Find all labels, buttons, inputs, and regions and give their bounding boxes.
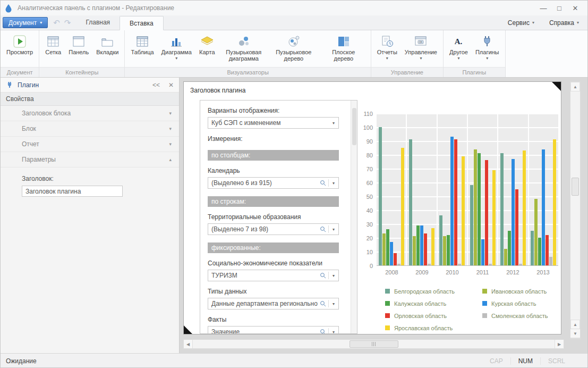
search-icon[interactable] (318, 329, 328, 334)
chevron-down-icon[interactable]: ▾ (329, 302, 338, 306)
chevron-down-icon: ▾ (40, 20, 42, 25)
close-button[interactable]: ✕ (567, 2, 583, 14)
legend-item: Смоленская область (482, 310, 548, 322)
resize-handle-bottom-left[interactable] (184, 325, 192, 334)
status-indicator: CAP (482, 357, 510, 365)
scrollbar-thumb[interactable] (572, 178, 579, 196)
scroll-left-button[interactable]: ◀ (184, 340, 193, 348)
facts-combo[interactable]: Значение ▾ (208, 326, 339, 334)
tab-insert[interactable]: Вставка (120, 16, 164, 30)
plugin-icon (6, 81, 13, 89)
ribbon-button-chart[interactable]: Диаграмма ▾ (158, 32, 195, 67)
accordion-item-block[interactable]: Блок ▾ (1, 121, 179, 137)
display-options-select[interactable]: Куб СЭП с изменением ▾ (208, 117, 339, 129)
tab-home[interactable]: Главная (76, 15, 120, 30)
accordion-item-parameters[interactable]: Параметры ▴ (1, 152, 179, 168)
search-icon[interactable] (318, 272, 328, 279)
ribbon-group-containers: Сетка Панель Вкладки Контейнеры (39, 30, 125, 77)
chart: 0102030405060708090100110 20082009201020… (362, 101, 558, 334)
letter-a-icon: A. (451, 34, 465, 49)
ribbon-button-bubble-chart[interactable]: Пузырьковая диаграмма (219, 32, 268, 67)
scroll-page-button[interactable]: ▲ (570, 320, 580, 329)
ribbon-button-manage[interactable]: OK Управление ▾ (402, 32, 440, 67)
scroll-up-button[interactable]: ▲ (570, 82, 580, 91)
y-tick-label: 50 (367, 194, 373, 200)
redo-button[interactable]: ↷ (64, 18, 71, 28)
document-menu-button[interactable]: Документ ▾ (3, 17, 48, 28)
chevron-down-icon[interactable]: ▾ (329, 227, 338, 232)
ribbon-button-flat-tree[interactable]: Плоское дерево (319, 32, 368, 67)
search-icon[interactable] (318, 180, 328, 186)
ribbon-button-tabs[interactable]: Вкладки (93, 32, 122, 67)
ribbon-button-bubble-tree[interactable]: Пузырьковое дерево (269, 32, 318, 67)
accordion-item-block-title[interactable]: Заголовок блока ▾ (1, 106, 179, 121)
table-icon (135, 34, 149, 49)
scrollbar-thumb[interactable] (352, 108, 356, 145)
search-icon[interactable] (318, 226, 328, 232)
ribbon-button-label: Сетка (45, 49, 61, 55)
legend-marker (385, 301, 390, 306)
undo-button[interactable]: ↶ (53, 18, 60, 28)
ribbon-button-label: Пузырьковая диаграмма (223, 49, 265, 62)
legend-label: Ивановская область (491, 288, 547, 295)
maximize-button[interactable]: □ (551, 2, 567, 14)
territories-combo[interactable]: (Выделено 7 из 98) ▾ (208, 223, 339, 235)
bubble-chart-icon (237, 34, 251, 49)
resize-handle-top-right[interactable] (552, 82, 561, 91)
chevron-down-icon[interactable]: ▾ (329, 273, 338, 278)
bar (538, 238, 541, 265)
title-param-input[interactable] (22, 186, 123, 197)
service-menu[interactable]: Сервис ▾ (508, 19, 534, 27)
chevron-down-icon: ▾ (532, 20, 534, 25)
bar-group (497, 114, 527, 265)
ribbon-button-preview[interactable]: Просмотр (3, 32, 36, 67)
chevron-down-icon[interactable]: ▾ (329, 330, 338, 334)
minimize-button[interactable]: — (535, 2, 551, 14)
bar (420, 225, 423, 265)
chart-y-axis: 0102030405060708090100110 (362, 114, 377, 266)
plugin-widget[interactable]: Заголовок плагина Варианты отображения: … (183, 81, 561, 334)
scroll-right-button[interactable]: ▶ (555, 340, 564, 348)
ribbon-button-table[interactable]: Таблица (127, 32, 157, 67)
y-tick-label: 80 (367, 152, 373, 158)
vertical-scrollbar[interactable]: ▲ ▲ ▼ (570, 81, 581, 339)
ribbon-button-map[interactable]: Карта (196, 32, 218, 67)
search-icon[interactable] (318, 300, 328, 307)
horizontal-scrollbar[interactable]: ◀ ▶ (183, 339, 564, 349)
ribbon-button-label: Плоское дерево (322, 49, 365, 62)
bar (450, 137, 454, 265)
legend-marker (482, 301, 487, 306)
bubble-tree-icon (287, 34, 301, 49)
scrollbar-thumb[interactable] (350, 340, 398, 348)
indicators-combo[interactable]: ТУРИЗМ ▾ (208, 270, 339, 281)
ribbon-group-label: Визуализаторы (125, 67, 370, 77)
ribbon-button-other[interactable]: A. Другое ▾ (446, 32, 471, 67)
calendar-combo[interactable]: (Выделено 6 из 915) ▾ (208, 177, 339, 189)
legend-item: Ярославская область (385, 322, 455, 334)
x-tick-label: 2012 (498, 266, 528, 277)
plugin-settings-form: Варианты отображения: Куб СЭП с изменени… (200, 100, 357, 334)
collapse-panel-button[interactable]: << (152, 81, 160, 89)
bar-group (437, 114, 467, 265)
close-panel-button[interactable]: ✕ (168, 81, 174, 89)
bar (489, 264, 492, 265)
ribbon-tab-bar: Документ ▾ ↶ ↷ Главная Вставка Сервис ▾ … (1, 15, 587, 30)
ribbon-button-panel[interactable]: Панель (65, 32, 92, 67)
form-scrollbar[interactable] (351, 101, 357, 333)
bar-group (377, 114, 406, 265)
bar (534, 199, 538, 265)
ribbon-button-grid[interactable]: Сетка (42, 32, 64, 67)
chevron-down-icon[interactable]: ▾ (329, 181, 338, 186)
help-menu[interactable]: Справка ▾ (549, 19, 579, 27)
ribbon-button-plugins[interactable]: Плагины ▾ (472, 32, 502, 67)
bar (439, 215, 442, 265)
chevron-down-icon[interactable]: ▾ (329, 121, 338, 126)
bar (523, 150, 526, 265)
report-clock-icon (380, 34, 394, 49)
scrollbar-track[interactable] (193, 340, 555, 348)
data-types-combo[interactable]: Данные департамента региональной эк ▾ (208, 298, 339, 310)
bar (382, 233, 386, 265)
ribbon-button-reports[interactable]: Отчеты ▾ (374, 32, 400, 67)
scroll-corner-button[interactable]: ▼ (570, 329, 581, 338)
accordion-item-report[interactable]: Отчет ▾ (1, 137, 179, 152)
